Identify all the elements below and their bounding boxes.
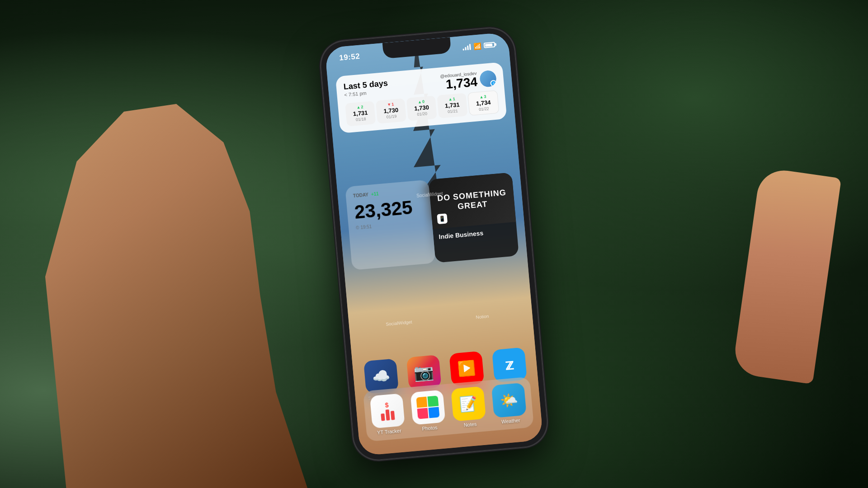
day-cell-5: 3 1,734 01/22	[467, 90, 499, 116]
app-notes-label: Notes	[463, 421, 477, 427]
day-cell-2: 1 1,730 01/19	[376, 98, 406, 123]
signal-icon	[462, 43, 471, 51]
app-weather-icon[interactable]: 🌤️	[491, 383, 527, 418]
follower-count: 1,734	[440, 75, 478, 91]
day-cell-4: 1 1,731 01/21	[437, 93, 467, 118]
status-icons: 📶	[462, 41, 495, 51]
battery-icon	[484, 42, 495, 48]
wifi-icon: 📶	[473, 42, 481, 50]
app-photos-icon[interactable]	[410, 390, 445, 425]
app-notes-wrapper[interactable]: 📝 Notes	[449, 386, 488, 429]
notion-phone-icon: 📱	[437, 213, 448, 224]
twitter-profile: @edouard_iosdev 1,734 𝕫	[440, 69, 497, 92]
app-yttracker-wrapper[interactable]: $ YT Tracker	[368, 393, 407, 436]
widget-title-area: Last 5 days < 7:51 pm	[343, 79, 389, 98]
app-yttracker-label: YT Tracker	[377, 428, 401, 436]
notion-banner: DO SOMETHING GREAT 📱	[429, 172, 516, 229]
phone-body: 19:52 📶	[319, 26, 549, 462]
twitter-avatar: 𝕫	[479, 70, 497, 87]
app-notes-icon[interactable]: 📝	[451, 386, 486, 422]
app-photos-label: Photos	[422, 425, 438, 432]
status-time: 19:52	[339, 52, 360, 63]
day-cell-1: 2 1,731 01/18	[345, 101, 376, 126]
phone-device: 19:52 📶	[319, 26, 549, 462]
phone-screen: 19:52 📶	[325, 32, 543, 456]
day-cell-3: 0 1,730 01/20	[406, 96, 437, 121]
app-weather-wrapper[interactable]: 🌤️ Weather	[490, 383, 529, 426]
app-photos-wrapper[interactable]: Photos	[408, 389, 448, 432]
app-yttracker-icon[interactable]: $	[370, 393, 405, 428]
steps-delta: +11	[371, 191, 379, 197]
notion-app-name: Indie Business	[439, 229, 484, 240]
twitter-badge: 𝕫	[490, 80, 497, 86]
app-weather-label: Weather	[501, 418, 520, 425]
